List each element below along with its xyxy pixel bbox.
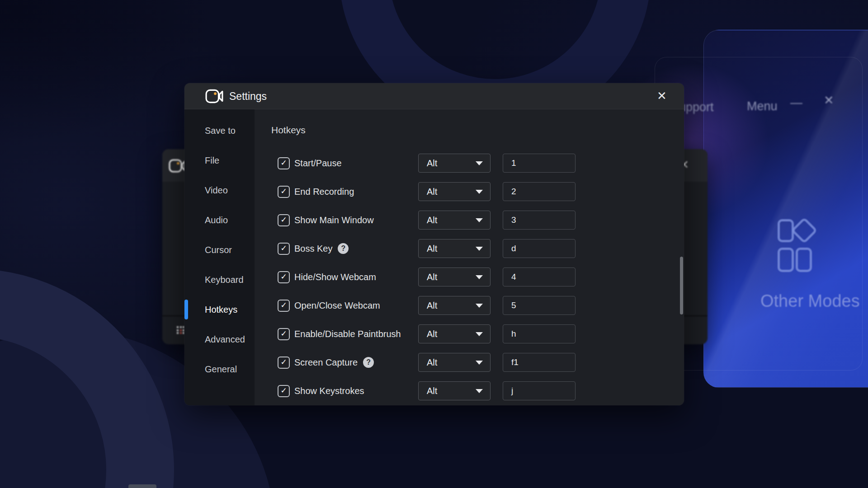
sidebar-item-label: File — [205, 155, 219, 166]
modifier-dropdown[interactable]: Alt — [418, 324, 491, 343]
modifier-dropdown[interactable]: Alt — [418, 296, 491, 315]
sidebar-item[interactable]: Audio — [184, 205, 255, 235]
hotkey-key-input[interactable]: 1 — [503, 154, 576, 173]
modifier-dropdown[interactable]: Alt — [418, 182, 491, 201]
hotkey-label: Screen Capture — [294, 357, 358, 368]
hotkey-key-input[interactable]: j — [503, 381, 576, 400]
hotkey-checkbox[interactable]: ✓ — [278, 385, 290, 397]
mode-square-icon — [778, 219, 794, 242]
chevron-down-icon — [476, 304, 483, 308]
sidebar-item-label: General — [205, 364, 237, 375]
chevron-down-icon — [476, 361, 483, 365]
hotkey-row: ✓ Open/Close Webcam ? Alt 5 — [278, 296, 684, 315]
hotkey-key-input[interactable]: f1 — [503, 353, 576, 372]
hotkey-checkbox[interactable]: ✓ — [278, 243, 290, 255]
modifier-value: Alt — [427, 268, 437, 286]
sidebar-item-label: Advanced — [205, 334, 245, 345]
modifier-value: Alt — [427, 353, 437, 371]
modifier-value: Alt — [427, 239, 437, 258]
hotkey-row: ✓ Screen Capture ? Alt f1 — [278, 353, 684, 372]
hotkey-key-value: 1 — [511, 154, 516, 172]
hotkey-checkbox[interactable]: ✓ — [278, 300, 290, 312]
hotkey-label: Boss Key — [294, 244, 332, 254]
sidebar-item-label: Video — [205, 185, 228, 196]
hotkey-key-input[interactable]: h — [503, 324, 576, 343]
hotkey-key-input[interactable]: 4 — [503, 267, 576, 286]
hotkey-key-value: 3 — [511, 211, 516, 229]
sidebar-item-label: Keyboard — [205, 275, 244, 285]
hotkey-label: Hide/Show Webcam — [294, 272, 376, 282]
hotkey-label: Start/Pause — [294, 158, 342, 169]
sidebar-item[interactable]: Keyboard — [184, 265, 255, 295]
hotkey-label: Open/Close Webcam — [294, 300, 380, 311]
modifier-value: Alt — [427, 154, 437, 172]
scrollbar-thumb[interactable] — [680, 257, 683, 314]
checkmark-icon: ✓ — [280, 216, 287, 224]
modifier-dropdown[interactable]: Alt — [418, 381, 491, 400]
help-icon[interactable]: ? — [363, 357, 374, 368]
sidebar-item[interactable]: General — [184, 354, 255, 384]
mode-square-icon — [796, 248, 812, 272]
mode-square-icon — [778, 248, 794, 272]
hotkey-checkbox[interactable]: ✓ — [278, 328, 290, 340]
hotkey-row: ✓ Boss Key ? Alt d — [278, 239, 684, 258]
sidebar-item[interactable]: Advanced — [184, 324, 255, 354]
modifier-value: Alt — [427, 296, 437, 314]
modifier-dropdown[interactable]: Alt — [418, 353, 491, 372]
hotkey-label: Show Keystrokes — [294, 386, 364, 396]
checkmark-icon: ✓ — [280, 244, 287, 252]
checkmark-icon: ✓ — [280, 301, 287, 309]
close-icon[interactable]: ✕ — [824, 93, 834, 108]
settings-dialog: Settings ✕ Save to File Video — [184, 83, 684, 405]
checkmark-icon: ✓ — [280, 330, 287, 338]
checkmark-icon: ✓ — [280, 188, 287, 195]
chevron-down-icon — [476, 389, 483, 393]
camera-icon — [205, 89, 223, 103]
chevron-down-icon — [476, 218, 483, 222]
hotkey-key-value: d — [511, 239, 516, 258]
settings-titlebar: Settings ✕ — [184, 83, 684, 109]
hotkey-checkbox[interactable]: ✓ — [278, 186, 290, 198]
modifier-dropdown[interactable]: Alt — [418, 211, 491, 230]
chevron-down-icon — [476, 190, 483, 194]
hotkey-key-input[interactable]: 5 — [503, 296, 576, 315]
modifier-dropdown[interactable]: Alt — [418, 267, 491, 286]
other-modes-card[interactable] — [703, 30, 868, 388]
camera-icon — [169, 159, 186, 173]
sidebar-item[interactable]: File — [184, 145, 255, 175]
sidebar-item[interactable]: Video — [184, 175, 255, 205]
hotkey-row: ✓ Show Keystrokes ? Alt j — [278, 381, 684, 400]
sidebar-item[interactable]: Cursor — [184, 235, 255, 265]
other-modes-label: Other Modes — [760, 291, 860, 311]
modifier-value: Alt — [427, 183, 437, 201]
hotkey-key-input[interactable]: 3 — [503, 211, 576, 230]
modifier-dropdown[interactable]: Alt — [418, 239, 491, 258]
minimize-icon[interactable]: — — [790, 96, 802, 110]
settings-sidebar: Save to File Video Audio — [184, 109, 255, 405]
hotkey-key-input[interactable]: 2 — [503, 182, 576, 201]
sidebar-item-label: Hotkeys — [205, 305, 237, 315]
hotkey-label: End Recording — [294, 187, 354, 197]
hotkey-key-value: j — [511, 382, 513, 400]
sidebar-item[interactable]: Save to — [184, 116, 255, 145]
hotkey-key-value: f1 — [511, 353, 519, 371]
hotkey-checkbox[interactable]: ✓ — [278, 357, 290, 369]
hotkey-key-value: 4 — [511, 268, 516, 286]
menu-menu-item[interactable]: Menu — [747, 99, 778, 113]
hotkey-checkbox[interactable]: ✓ — [278, 271, 290, 283]
sidebar-item-label: Cursor — [205, 245, 232, 255]
modifier-dropdown[interactable]: Alt — [418, 154, 491, 173]
close-icon[interactable]: ✕ — [652, 83, 672, 109]
help-icon[interactable]: ? — [338, 243, 349, 254]
hotkey-label: Show Main Window — [294, 215, 374, 225]
hotkey-row: ✓ Show Main Window ? Alt 3 — [278, 211, 684, 230]
drag-handle-grid-icon[interactable] — [177, 326, 184, 334]
sidebar-item[interactable]: Hotkeys — [184, 295, 255, 324]
sidebar-item-label: Audio — [205, 215, 228, 225]
hotkey-checkbox[interactable]: ✓ — [278, 214, 290, 226]
hotkey-row: ✓ End Recording ? Alt 2 — [278, 182, 684, 201]
hotkey-row: ✓ Start/Pause ? Alt 1 — [278, 154, 684, 173]
screen: Other Modes Support Menu — ✕ ✕ — [0, 0, 868, 488]
hotkey-checkbox[interactable]: ✓ — [278, 157, 290, 169]
hotkey-key-input[interactable]: d — [503, 239, 576, 258]
